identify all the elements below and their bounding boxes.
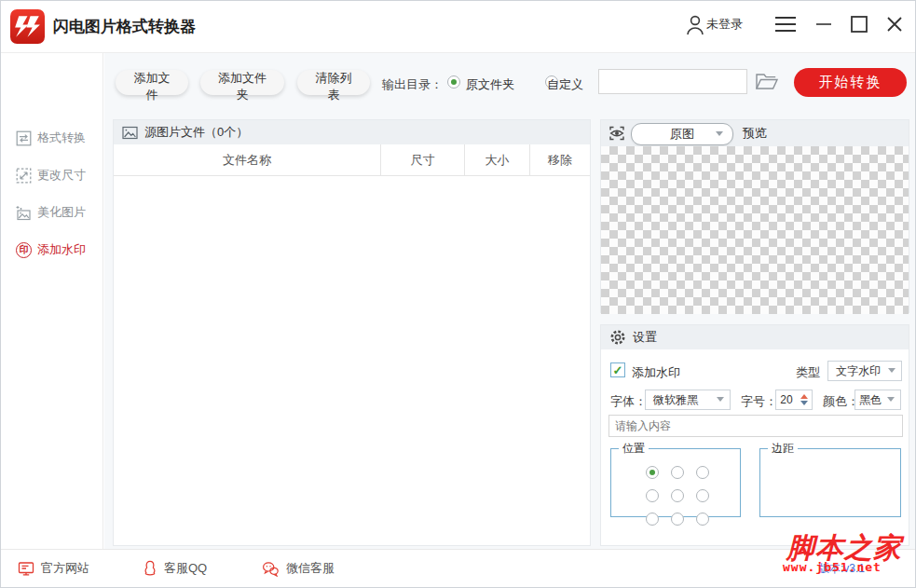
qq-icon (143, 560, 157, 577)
menu-icon[interactable] (772, 10, 800, 38)
source-files-panel: 源图片文件（0个） 文件名称 尺寸 大小 移除 (113, 119, 591, 546)
check-icon: ✓ (613, 364, 623, 376)
settings-header: 设置 (601, 325, 909, 349)
type-label: 类型 (796, 364, 820, 381)
position-radio-middle-center[interactable] (671, 489, 684, 502)
footer-item-label: 客服QQ (164, 560, 207, 577)
preview-panel: 原图 预览 (600, 119, 909, 313)
add-files-button[interactable]: 添加文件 (116, 70, 188, 95)
position-radio-top-center[interactable] (671, 466, 684, 479)
output-dir-label: 输出目录： (382, 76, 443, 93)
position-radio-bottom-right[interactable] (696, 513, 709, 526)
settings-title: 设置 (633, 329, 657, 346)
position-radio-top-right[interactable] (696, 466, 709, 479)
column-remove[interactable]: 移除 (530, 144, 590, 175)
beautify-image-icon (16, 205, 32, 221)
stamp-icon: 印 (16, 242, 32, 258)
file-list-empty-body (114, 176, 590, 545)
radio-custom-folder-label[interactable]: 自定义 (547, 76, 583, 93)
radio-original-folder-label[interactable]: 原文件夹 (466, 76, 514, 93)
image-icon (122, 126, 138, 140)
footer-bar: 官方网站 客服QQ 微信客服 (1, 549, 915, 588)
preview-checkerboard (601, 146, 909, 314)
font-size-label: 字号： (741, 393, 777, 410)
footer-item-label: 微信客服 (286, 560, 335, 577)
official-website-link[interactable]: 官方网站 (18, 560, 89, 577)
app-title: 闪电图片格式转换器 (53, 16, 196, 37)
spin-up-icon[interactable] (800, 394, 808, 399)
color-select[interactable]: 黑色 (854, 390, 901, 410)
sidebar-item-label: 格式转换 (37, 130, 86, 146)
position-fieldset: 位置 (610, 441, 741, 517)
watermark-site-url: www.jb51.net (783, 560, 882, 574)
position-radio-top-left[interactable] (646, 466, 659, 479)
gear-icon (609, 329, 626, 346)
sidebar-item-label: 更改尺寸 (37, 167, 86, 184)
preview-mode-select[interactable]: 原图 (631, 123, 733, 145)
position-radio-bottom-left[interactable] (646, 513, 659, 526)
sidebar-item-watermark[interactable]: 印 添加水印 (16, 239, 86, 261)
position-radio-middle-left[interactable] (646, 489, 659, 502)
wechat-support-link[interactable]: 微信客服 (262, 560, 335, 577)
monitor-icon (18, 561, 34, 577)
source-files-title: 源图片文件（0个） (144, 124, 248, 141)
sidebar-item-label: 添加水印 (37, 241, 86, 258)
watermark-content-input[interactable] (608, 415, 903, 437)
sidebar-item-format-convert[interactable]: 格式转换 (16, 127, 86, 149)
watermark-type-value: 文字水印 (836, 363, 881, 379)
app-logo-icon (10, 9, 45, 44)
watermark-type-select[interactable]: 文字水印 (827, 361, 902, 381)
column-size[interactable]: 大小 (465, 144, 530, 175)
column-dimensions[interactable]: 尺寸 (381, 144, 465, 175)
preview-mode-value: 原图 (670, 126, 694, 143)
radio-original-folder[interactable] (447, 75, 460, 89)
wechat-icon (262, 561, 280, 577)
margin-legend: 边距 (768, 441, 798, 457)
font-value: 微软雅黑 (653, 392, 698, 408)
chevron-down-icon (717, 397, 724, 402)
preview-eye-icon (608, 124, 626, 143)
font-label: 字体： (610, 393, 647, 410)
footer-item-label: 官方网站 (41, 560, 89, 577)
sidebar-item-beautify[interactable]: 美化图片 (16, 201, 86, 224)
watermark-checkbox[interactable]: ✓ (610, 362, 625, 377)
preview-header: 原图 预览 (601, 120, 909, 146)
margin-fieldset: 边距 水平： 0 垂直： 0 (759, 441, 901, 517)
login-status[interactable]: 未登录 (706, 16, 743, 33)
chevron-down-icon (887, 397, 895, 402)
color-value: 黑色 (859, 392, 882, 408)
position-radio-bottom-center[interactable] (671, 513, 684, 526)
qq-support-link[interactable]: 客服QQ (143, 560, 207, 577)
sidebar: 格式转换 更改尺寸 美化图片 印 (1, 53, 103, 549)
chevron-down-icon (716, 131, 723, 136)
app-window: 闪电图片格式转换器 未登录 (0, 0, 916, 588)
maximize-button[interactable] (845, 10, 873, 38)
browse-folder-icon[interactable] (755, 72, 779, 91)
output-path-input[interactable] (598, 69, 747, 94)
settings-panel: 设置 ✓ 添加水印 类型 文字水印 字体： 微软雅黑 字号： 20 颜色： 黑色 (600, 324, 909, 546)
chevron-down-icon (888, 368, 895, 373)
font-size-stepper[interactable]: 20 (775, 390, 813, 410)
add-folder-button[interactable]: 添加文件夹 (200, 70, 284, 95)
sidebar-item-resize[interactable]: 更改尺寸 (16, 164, 86, 186)
column-filename[interactable]: 文件名称 (114, 144, 381, 175)
minimize-button[interactable] (810, 10, 838, 38)
font-size-value: 20 (776, 393, 797, 406)
source-files-header: 源图片文件（0个） (114, 120, 590, 144)
resize-icon (16, 168, 32, 184)
position-radio-middle-right[interactable] (696, 489, 709, 502)
close-button[interactable] (881, 10, 909, 38)
font-select[interactable]: 微软雅黑 (645, 390, 731, 410)
format-convert-icon (16, 130, 32, 146)
start-convert-button[interactable]: 开始转换 (794, 68, 907, 97)
table-header-row: 文件名称 尺寸 大小 移除 (114, 144, 590, 176)
clear-list-button[interactable]: 清除列表 (297, 70, 370, 95)
font-size-spin-buttons[interactable] (800, 390, 808, 409)
sidebar-item-label: 美化图片 (37, 204, 86, 221)
watermark-checkbox-label[interactable]: 添加水印 (632, 364, 680, 381)
position-legend: 位置 (619, 441, 649, 457)
preview-label: 预览 (743, 125, 767, 142)
spin-down-icon[interactable] (800, 401, 808, 405)
position-grid (639, 460, 715, 530)
user-icon[interactable] (684, 13, 706, 37)
